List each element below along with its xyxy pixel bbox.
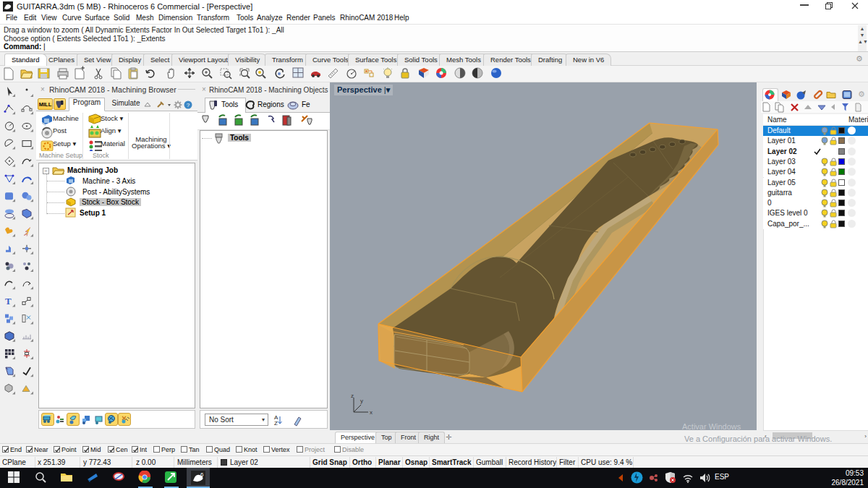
- svg-text:z: z: [351, 393, 354, 399]
- svg-text:Z: Z: [274, 420, 278, 427]
- svg-text:6: 6: [200, 471, 204, 478]
- svg-text:y: y: [360, 398, 363, 404]
- svg-text:x: x: [370, 409, 373, 416]
- svg-text:T: T: [5, 296, 12, 307]
- svg-text:?: ?: [187, 102, 190, 108]
